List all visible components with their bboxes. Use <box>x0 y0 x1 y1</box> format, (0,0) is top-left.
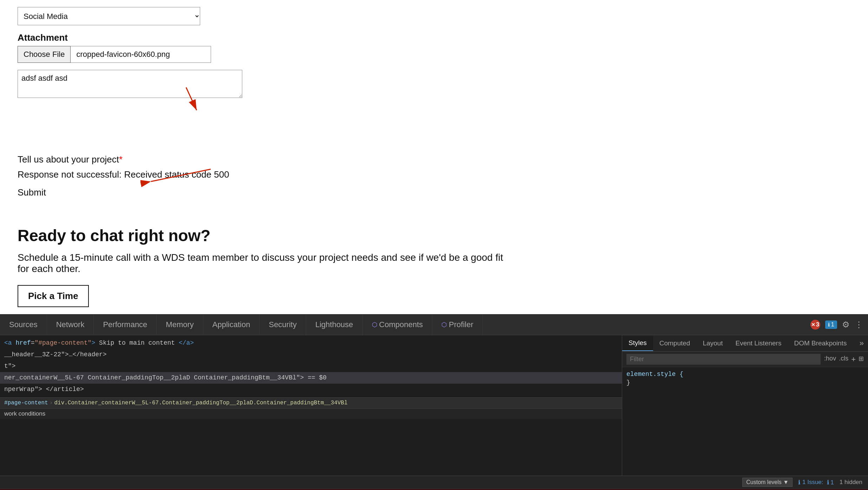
info-badge: ℹ 1 <box>825 320 837 329</box>
issue-badge: ℹ 1 Issue: ℹ 1 <box>798 479 834 486</box>
devtools-dom-panel: <a href="#page-content"> Skip to main co… <box>0 335 622 476</box>
tab-performance[interactable]: Performance <box>94 314 157 335</box>
element-style-close: } <box>626 379 864 386</box>
cta-body: Schedule a 15-minute call with a WDS tea… <box>18 252 509 274</box>
dom-line-4-selected[interactable]: ner_containerW__5L-67 Container_paddingT… <box>0 372 622 384</box>
custom-levels-button[interactable]: Custom levels ▼ <box>742 478 793 487</box>
styles-tab-layout[interactable]: Layout <box>696 336 729 351</box>
breadcrumb-page-content[interactable]: #page-content <box>4 400 48 406</box>
devtools-bottom: Custom levels ▼ ℹ 1 Issue: ℹ 1 1 hidden … <box>0 476 868 490</box>
devtools-styles-panel: Styles Computed Layout Event Listeners D… <box>622 335 868 476</box>
submit-button[interactable]: Submit <box>18 187 46 198</box>
styles-filter-buttons: :hov .cls + ⊞ <box>824 355 864 364</box>
tab-profiler[interactable]: ⬡ Profiler <box>432 314 483 335</box>
error-badge: ✕ 3 <box>810 320 820 330</box>
devtools-right-controls: ✕ 3 ℹ 1 ⚙ ⋮ <box>805 314 868 335</box>
svg-line-3 <box>151 169 211 181</box>
project-textarea[interactable]: <span class="squiggly">adsf asdf asd</sp… <box>18 70 242 98</box>
devtools-tab-bar: Sources Network Performance Memory Appli… <box>0 314 868 335</box>
error-icon: ✕ <box>811 322 815 327</box>
tab-lighthouse[interactable]: Lighthouse <box>306 314 363 335</box>
file-input-row: Choose File cropped-favicon-60x60.png <box>18 46 850 63</box>
file-name-display: cropped-favicon-60x60.png <box>71 46 211 63</box>
dom-line-3: t"> <box>0 360 622 372</box>
styles-filter-bar: :hov .cls + ⊞ <box>622 352 868 367</box>
styles-tab-dom-breakpoints[interactable]: DOM Breakpoints <box>788 336 853 351</box>
pick-time-button[interactable]: Pick a Time <box>18 285 89 307</box>
dom-line-5: nperWrap"> </article> <box>0 384 622 395</box>
styles-tab-event-listeners[interactable]: Event Listeners <box>729 336 788 351</box>
hidden-badge: 1 hidden <box>840 479 862 486</box>
styles-tab-styles[interactable]: Styles <box>622 336 653 351</box>
attachment-section: Attachment Choose File cropped-favicon-6… <box>18 32 850 63</box>
console-bar-right: Custom levels ▼ ℹ 1 Issue: ℹ 1 1 hidden <box>742 478 862 487</box>
dom-line-2: __header__3Z-22">…</header> <box>0 349 622 360</box>
filter-plus-button[interactable]: + <box>851 355 856 364</box>
components-icon: ⬡ <box>372 321 377 329</box>
dom-line-1: <a href="#page-content"> Skip to main co… <box>0 337 622 349</box>
attachment-label: Attachment <box>18 32 850 43</box>
choose-file-button[interactable]: Choose File <box>18 46 71 63</box>
more-options-icon[interactable]: ⋮ <box>855 320 863 330</box>
breadcrumb-separator: › <box>50 400 53 406</box>
profiler-icon: ⬡ <box>441 321 447 329</box>
devtools-panel: Sources Network Performance Memory Appli… <box>0 314 868 490</box>
breadcrumb-bar: #page-content › div.Container_containerW… <box>0 397 622 408</box>
filter-hov-button[interactable]: :hov <box>824 355 836 364</box>
annotation-area: <span class="squiggly">adsf asdf asd</sp… <box>18 70 404 168</box>
social-media-dropdown[interactable]: Social MediaTwitterFacebookInstagram <box>18 7 200 25</box>
issue-icon: ℹ <box>798 479 800 486</box>
filter-inspect-button[interactable]: ⊞ <box>859 355 864 364</box>
dropdown-row: Social MediaTwitterFacebookInstagram <box>18 7 850 25</box>
element-style-rule: element.style { <box>626 371 864 378</box>
settings-icon[interactable]: ⚙ <box>842 320 850 330</box>
error-section: Response not successful: Received status… <box>18 169 850 180</box>
cta-heading: Ready to chat right now? <box>18 226 850 245</box>
form-section: Social MediaTwitterFacebookInstagram Att… <box>18 0 850 216</box>
styles-filter-input[interactable] <box>626 354 821 365</box>
filter-cls-button[interactable]: .cls <box>839 355 848 364</box>
styles-content: element.style { } <box>622 367 868 391</box>
breadcrumb-container[interactable]: div.Container_containerW__5L-67.Containe… <box>54 400 347 406</box>
tab-memory[interactable]: Memory <box>157 314 203 335</box>
styles-more-tabs-icon[interactable]: » <box>855 335 868 351</box>
dom-tree: <a href="#page-content"> Skip to main co… <box>0 335 622 397</box>
issue-count-badge: ℹ 1 <box>827 479 834 486</box>
tab-components[interactable]: ⬡ Components <box>363 314 433 335</box>
textarea-row: <span class="squiggly">adsf asdf asd</sp… <box>18 70 404 99</box>
info-icon: ℹ <box>828 322 830 327</box>
styles-tab-computed[interactable]: Computed <box>653 336 697 351</box>
devtools-main: <a href="#page-content"> Skip to main co… <box>0 335 868 476</box>
page-content: Social MediaTwitterFacebookInstagram Att… <box>0 0 868 314</box>
issue-icon-small: ℹ <box>827 479 829 486</box>
network-conditions-bar: work conditions <box>0 408 622 419</box>
tab-security[interactable]: Security <box>259 314 306 335</box>
file-name-text: cropped-favicon-60x60.png <box>76 50 170 59</box>
annotation-arrow-2 <box>140 166 218 194</box>
tab-network[interactable]: Network <box>47 314 94 335</box>
console-bar: Custom levels ▼ ℹ 1 Issue: ℹ 1 1 hidden <box>0 476 868 489</box>
styles-tab-bar: Styles Computed Layout Event Listeners D… <box>622 335 868 352</box>
tab-application[interactable]: Application <box>203 314 260 335</box>
tab-sources[interactable]: Sources <box>0 314 47 335</box>
cta-section: Ready to chat right now? Schedule a 15-m… <box>18 216 850 314</box>
